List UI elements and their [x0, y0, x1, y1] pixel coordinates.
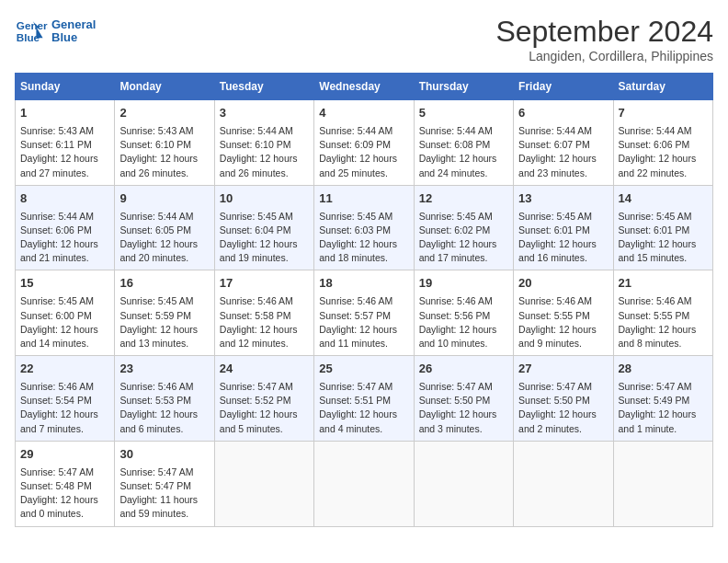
day-number: 30 [119, 446, 209, 464]
day-number: 18 [319, 275, 408, 293]
sunset-text: Sunset: 6:05 PM [119, 224, 191, 236]
daylight-text: Daylight: 12 hours and 21 minutes. [20, 238, 98, 263]
sunrise-text: Sunrise: 5:47 AM [119, 466, 193, 477]
daylight-text: Daylight: 12 hours and 26 minutes. [220, 153, 298, 178]
calendar-cell: 30Sunrise: 5:47 AMSunset: 5:47 PMDayligh… [115, 441, 214, 526]
sunset-text: Sunset: 6:10 PM [220, 139, 291, 150]
sunrise-text: Sunrise: 5:45 AM [419, 211, 493, 222]
sunset-text: Sunset: 5:57 PM [319, 310, 391, 321]
sunset-text: Sunset: 5:54 PM [20, 395, 92, 406]
calendar-cell: 6Sunrise: 5:44 AMSunset: 6:07 PMDaylight… [514, 100, 613, 186]
calendar-cell: 10Sunrise: 5:45 AMSunset: 6:04 PMDayligh… [214, 185, 313, 270]
sunset-text: Sunset: 6:02 PM [419, 224, 491, 236]
daylight-text: Daylight: 12 hours and 2 minutes. [518, 408, 597, 433]
page-header: General Blue General Blue September 2024… [15, 15, 713, 63]
day-number: 23 [119, 361, 209, 378]
col-header-wednesday: Wednesday [314, 74, 414, 100]
calendar-cell: 15Sunrise: 5:45 AMSunset: 6:00 PMDayligh… [16, 270, 115, 356]
daylight-text: Daylight: 12 hours and 3 minutes. [419, 408, 497, 433]
calendar-cell: 2Sunrise: 5:43 AMSunset: 6:10 PMDaylight… [115, 100, 214, 186]
calendar-cell: 1Sunrise: 5:43 AMSunset: 6:11 PMDaylight… [16, 100, 115, 186]
day-number: 4 [319, 105, 408, 122]
day-number: 21 [619, 275, 708, 293]
sunrise-text: Sunrise: 5:45 AM [319, 211, 392, 222]
calendar-cell: 17Sunrise: 5:46 AMSunset: 5:58 PMDayligh… [214, 270, 313, 356]
sunset-text: Sunset: 6:03 PM [319, 224, 391, 236]
sunrise-text: Sunrise: 5:44 AM [518, 125, 592, 136]
calendar-cell: 26Sunrise: 5:47 AMSunset: 5:50 PMDayligh… [414, 356, 513, 442]
sunset-text: Sunset: 5:52 PM [220, 395, 291, 406]
day-number: 2 [119, 105, 209, 122]
sunrise-text: Sunrise: 5:47 AM [20, 466, 94, 477]
calendar-cell: 9Sunrise: 5:44 AMSunset: 6:05 PMDaylight… [115, 185, 214, 270]
month-title: September 2024 [495, 15, 713, 49]
daylight-text: Daylight: 12 hours and 19 minutes. [220, 238, 298, 263]
calendar-week-row: 1Sunrise: 5:43 AMSunset: 6:11 PMDaylight… [16, 100, 713, 186]
sunrise-text: Sunrise: 5:47 AM [319, 381, 392, 392]
calendar-cell: 18Sunrise: 5:46 AMSunset: 5:57 PMDayligh… [314, 270, 414, 356]
sunset-text: Sunset: 5:55 PM [619, 310, 690, 321]
svg-text:General: General [17, 19, 48, 31]
daylight-text: Daylight: 12 hours and 22 minutes. [619, 153, 697, 178]
day-number: 10 [220, 190, 309, 208]
col-header-sunday: Sunday [16, 74, 115, 100]
day-number: 14 [619, 190, 708, 208]
daylight-text: Daylight: 12 hours and 24 minutes. [419, 153, 497, 178]
calendar-week-row: 29Sunrise: 5:47 AMSunset: 5:48 PMDayligh… [16, 441, 713, 526]
calendar-cell: 25Sunrise: 5:47 AMSunset: 5:51 PMDayligh… [314, 356, 414, 442]
sunset-text: Sunset: 6:09 PM [319, 139, 391, 150]
sunrise-text: Sunrise: 5:46 AM [119, 381, 193, 392]
sunrise-text: Sunrise: 5:44 AM [319, 125, 392, 136]
calendar-cell: 5Sunrise: 5:44 AMSunset: 6:08 PMDaylight… [414, 100, 513, 186]
col-header-friday: Friday [514, 74, 613, 100]
calendar-week-row: 15Sunrise: 5:45 AMSunset: 6:00 PMDayligh… [16, 270, 713, 356]
calendar-cell: 23Sunrise: 5:46 AMSunset: 5:53 PMDayligh… [115, 356, 214, 442]
day-number: 24 [220, 361, 309, 378]
day-number: 22 [20, 361, 109, 378]
sunrise-text: Sunrise: 5:46 AM [419, 295, 493, 306]
calendar-cell [214, 441, 313, 526]
col-header-tuesday: Tuesday [214, 74, 313, 100]
calendar-cell [613, 441, 712, 526]
day-number: 11 [319, 190, 408, 208]
sunrise-text: Sunrise: 5:46 AM [220, 295, 293, 306]
sunrise-text: Sunrise: 5:44 AM [419, 125, 493, 136]
calendar-cell [514, 441, 613, 526]
sunset-text: Sunset: 5:53 PM [119, 395, 191, 406]
sunset-text: Sunset: 5:55 PM [518, 310, 590, 321]
col-header-saturday: Saturday [613, 74, 712, 100]
sunset-text: Sunset: 6:06 PM [619, 139, 690, 150]
day-number: 12 [419, 190, 508, 208]
daylight-text: Daylight: 12 hours and 0 minutes. [20, 494, 98, 519]
daylight-text: Daylight: 12 hours and 18 minutes. [319, 238, 397, 263]
sunrise-text: Sunrise: 5:45 AM [119, 295, 193, 306]
day-number: 7 [619, 105, 708, 122]
sunset-text: Sunset: 5:56 PM [419, 310, 491, 321]
day-number: 13 [518, 190, 608, 208]
logo-icon: General Blue [15, 15, 48, 48]
sunset-text: Sunset: 5:58 PM [220, 310, 291, 321]
location-title: Langiden, Cordillera, Philippines [495, 49, 713, 63]
day-number: 19 [419, 275, 508, 293]
day-number: 8 [20, 190, 109, 208]
daylight-text: Daylight: 12 hours and 10 minutes. [419, 324, 497, 349]
daylight-text: Daylight: 12 hours and 12 minutes. [220, 324, 298, 349]
day-number: 27 [518, 361, 608, 378]
sunset-text: Sunset: 5:47 PM [119, 480, 191, 491]
sunset-text: Sunset: 6:01 PM [619, 224, 690, 236]
daylight-text: Daylight: 12 hours and 8 minutes. [619, 324, 697, 349]
sunset-text: Sunset: 5:48 PM [20, 480, 92, 491]
calendar-cell: 22Sunrise: 5:46 AMSunset: 5:54 PMDayligh… [16, 356, 115, 442]
calendar-cell: 3Sunrise: 5:44 AMSunset: 6:10 PMDaylight… [214, 100, 313, 186]
sunset-text: Sunset: 5:50 PM [419, 395, 491, 406]
calendar-cell: 14Sunrise: 5:45 AMSunset: 6:01 PMDayligh… [613, 185, 712, 270]
sunset-text: Sunset: 5:51 PM [319, 395, 391, 406]
sunrise-text: Sunrise: 5:44 AM [119, 211, 193, 222]
daylight-text: Daylight: 12 hours and 1 minute. [619, 408, 697, 433]
sunrise-text: Sunrise: 5:46 AM [319, 295, 392, 306]
day-number: 20 [518, 275, 608, 293]
sunrise-text: Sunrise: 5:47 AM [419, 381, 493, 392]
sunset-text: Sunset: 6:08 PM [419, 139, 491, 150]
day-number: 6 [518, 105, 608, 122]
logo-text-general: General [51, 18, 96, 31]
